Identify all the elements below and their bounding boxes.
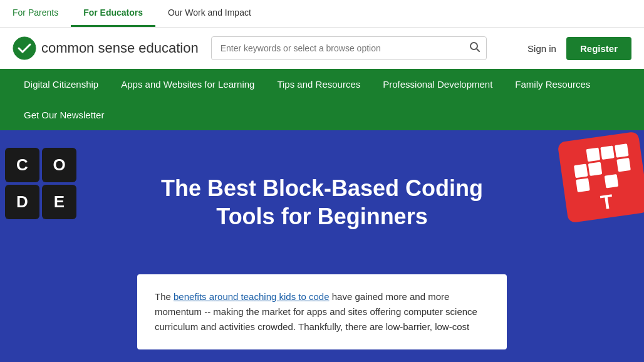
logo[interactable]: common sense education [13,36,199,60]
code-letter-o: O [42,148,76,182]
top-nav-for-educators[interactable]: For Educators [71,0,155,27]
article-link[interactable]: benefits around teaching kids to code [174,291,330,302]
register-button[interactable]: Register [566,37,631,60]
top-nav-our-work[interactable]: Our Work and Impact [155,0,264,27]
code-letter-d: D [5,185,39,219]
article-card: The benefits around teaching kids to cod… [137,274,507,349]
svg-line-2 [476,49,479,52]
nav-digital-citizenship[interactable]: Digital Citizenship [13,69,110,100]
sign-in-button[interactable]: Sign in [527,43,556,54]
nav-family-resources[interactable]: Family Resources [504,69,601,100]
search-input[interactable] [211,36,487,60]
logo-icon [13,36,36,60]
nav-newsletter[interactable]: Get Our Newsletter [13,100,115,130]
app-letter-t: T [599,190,615,214]
top-navigation: For Parents For Educators Our Work and I… [0,0,644,28]
top-nav-for-parents[interactable]: For Parents [0,0,71,27]
header-actions: Sign in Register [527,37,631,60]
app-icon-red: T [558,132,644,224]
code-letter-c: C [5,148,39,182]
content-area: The benefits around teaching kids to cod… [0,274,644,362]
search-icon [469,41,480,53]
article-intro: The benefits around teaching kids to cod… [155,289,489,334]
logo-text: common sense education [41,40,199,56]
nav-apps-websites[interactable]: Apps and Websites for Learning [110,69,266,100]
svg-point-0 [13,37,36,59]
hero-section: C O D E The Best Block-Based Coding Tool… [0,130,644,274]
code-letter-e: E [42,185,76,219]
nav-professional-development[interactable]: Professional Development [371,69,504,100]
search-button[interactable] [469,41,480,55]
code-icon: C O D E [0,143,81,224]
nav-tips-resources[interactable]: Tips and Resources [266,69,371,100]
green-navigation: Digital Citizenship Apps and Websites fo… [0,69,644,130]
search-area [211,36,487,60]
hero-title: The Best Block-Based Coding Tools for Be… [134,149,510,256]
site-header: common sense education Sign in Register [0,28,644,69]
